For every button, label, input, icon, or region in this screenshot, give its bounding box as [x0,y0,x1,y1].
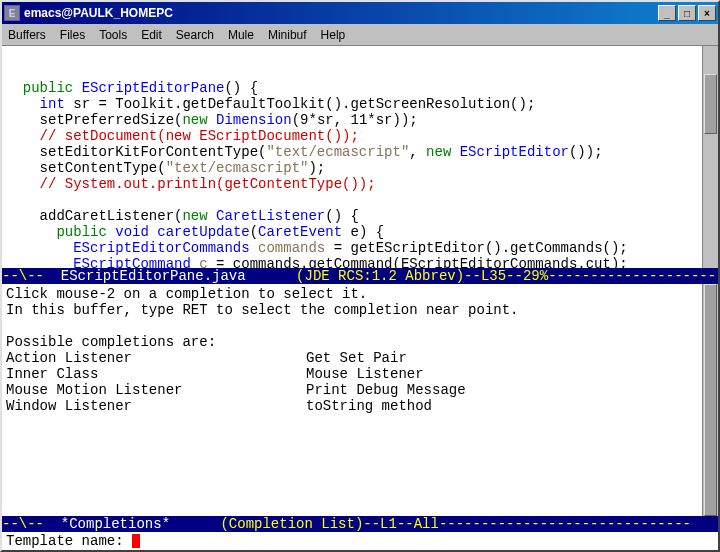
kw-public: public [23,80,73,96]
type-int: int [40,96,65,112]
text-cursor [132,534,140,548]
completion-help: In this buffer, type RET to select the c… [6,302,518,318]
completion-item[interactable]: Action Listener [6,350,132,366]
scrollbar-thumb[interactable] [704,284,717,516]
app-icon: E [4,5,20,21]
comment: // setDocument(new EScriptDocument()); [6,128,359,144]
titlebar[interactable]: E emacs@PAULK_HOMEPC _ □ × [2,2,718,24]
completion-heading: Possible completions are: [6,334,216,350]
menu-tools[interactable]: Tools [99,28,127,42]
modeline-completions: --\-- *Completions* (Completion List)--L… [2,516,718,532]
code-buffer[interactable]: public EScriptEditorPane() { int sr = To… [2,46,718,268]
completion-item[interactable]: Inner Class [6,366,98,382]
mode-info: (Completion List)--L1--All [220,516,438,532]
completions-scrollbar[interactable] [702,284,718,516]
menubar: Buffers Files Tools Edit Search Mule Min… [2,24,718,46]
buffer-name: *Completions* [61,516,170,532]
comment: // System.out.println(getContentType()); [6,176,376,192]
minimize-button[interactable]: _ [658,5,676,21]
completion-item[interactable]: Mouse Motion Listener [6,382,182,398]
menu-buffers[interactable]: Buffers [8,28,46,42]
class-name: EScriptEditorPane [82,80,225,96]
code-content[interactable]: public EScriptEditorPane() { int sr = To… [2,46,702,268]
maximize-button[interactable]: □ [678,5,696,21]
menu-edit[interactable]: Edit [141,28,162,42]
close-button[interactable]: × [698,5,716,21]
menu-help[interactable]: Help [321,28,346,42]
emacs-window: E emacs@PAULK_HOMEPC _ □ × Buffers Files… [0,0,720,552]
buffer-name: EScriptEditorPane.java [61,268,246,284]
completion-item[interactable]: toString method [306,398,432,414]
completion-item[interactable]: Window Listener [6,398,132,414]
menu-mule[interactable]: Mule [228,28,254,42]
completion-item[interactable]: Mouse Listener [306,366,424,382]
completions-content: Click mouse-2 on a completion to select … [2,284,702,516]
menu-search[interactable]: Search [176,28,214,42]
scrollbar-thumb[interactable] [704,74,717,134]
minibuffer[interactable]: Template name: [2,532,718,550]
minibuffer-prompt: Template name: [6,533,132,549]
window-title: emacs@PAULK_HOMEPC [24,6,656,20]
completion-item[interactable]: Print Debug Message [306,382,466,398]
menu-minibuf[interactable]: Minibuf [268,28,307,42]
completions-buffer[interactable]: Click mouse-2 on a completion to select … [2,284,718,516]
mode-info: (JDE RCS:1.2 Abbrev)--L35--29% [296,268,548,284]
modeline-code: --\-- EScriptEditorPane.java (JDE RCS:1.… [2,268,718,284]
completion-help: Click mouse-2 on a completion to select … [6,286,367,302]
menu-files[interactable]: Files [60,28,85,42]
completion-item[interactable]: Get Set Pair [306,350,407,366]
code-scrollbar[interactable] [702,46,718,268]
